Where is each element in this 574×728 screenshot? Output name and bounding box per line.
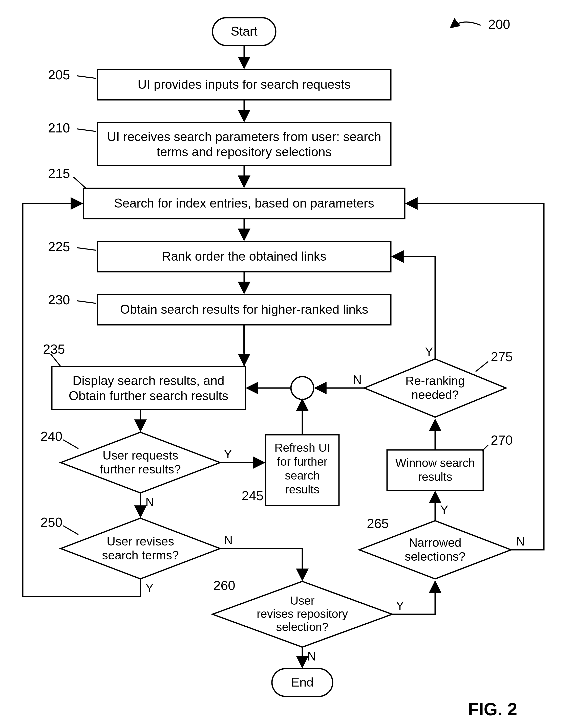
node-270-text2: results	[418, 470, 452, 483]
ref-200: 200	[488, 17, 510, 32]
node-240-text2: further results?	[100, 463, 181, 476]
node-260-text3: selection?	[276, 620, 328, 633]
node-235-text1: Display search results, and	[73, 374, 224, 388]
node-265-text2: selections?	[405, 550, 465, 563]
node-245-text1: Refresh UI	[275, 441, 330, 454]
flowchart: 200 Start UI provides inputs for search …	[0, 0, 574, 728]
label-250-N: N	[224, 533, 233, 547]
label-260-N: N	[308, 650, 316, 663]
figure-caption: FIG. 2	[468, 699, 517, 719]
ref-line-205	[77, 76, 96, 78]
ref-245: 245	[242, 488, 263, 503]
ref-265: 265	[367, 516, 389, 531]
node-235-text2: Obtain further search results	[69, 389, 229, 403]
node-205-text: UI provides inputs for search requests	[137, 77, 351, 92]
node-250-text2: search terms?	[102, 549, 179, 562]
ref-240: 240	[40, 429, 63, 444]
edge-250N-260	[220, 549, 302, 580]
junction-circle	[291, 377, 314, 399]
ref-line-230	[77, 301, 96, 303]
node-210-text2: terms and repository selections	[157, 145, 332, 159]
node-245-text4: results	[285, 483, 319, 496]
node-210-text1: UI receives search parameters from user:…	[107, 130, 381, 144]
node-235	[52, 367, 245, 410]
label-240-Y: Y	[224, 447, 232, 461]
ref-270: 270	[491, 433, 513, 447]
ref-line-215	[73, 177, 86, 188]
node-245-text3: search	[285, 469, 320, 482]
node-start-text: Start	[231, 24, 257, 38]
label-260-Y: Y	[396, 599, 404, 612]
ref-arc-200	[450, 22, 481, 28]
node-215-text: Search for index entries, based on param…	[114, 196, 374, 210]
ref-line-240	[63, 440, 78, 449]
ref-line-210	[77, 129, 96, 131]
ref-230: 230	[48, 292, 70, 307]
ref-line-270	[482, 445, 488, 451]
node-end-text: End	[291, 675, 314, 689]
node-265-text1: Narrowed	[409, 536, 461, 549]
node-245-text2: for further	[277, 455, 327, 468]
label-275-Y: Y	[425, 345, 433, 358]
node-275-text1: Re-ranking	[406, 374, 465, 388]
node-230-text: Obtain search results for higher-ranked …	[120, 302, 368, 316]
ref-235: 235	[43, 342, 65, 356]
ref-260: 260	[213, 578, 235, 593]
ref-225: 225	[48, 239, 70, 254]
node-260-text1: User	[290, 594, 315, 607]
label-250-Y: Y	[146, 581, 154, 595]
ref-205: 205	[48, 67, 70, 82]
node-240-text1: User requests	[103, 449, 178, 462]
ref-line-250	[63, 526, 78, 535]
node-270-text1: Winnow search	[396, 456, 475, 469]
label-275-N: N	[353, 373, 362, 386]
ref-250: 250	[40, 515, 63, 530]
ref-line-225	[77, 248, 96, 250]
label-265-Y: Y	[440, 503, 448, 516]
ref-line-275	[476, 361, 488, 372]
node-225-text: Rank order the obtained links	[162, 249, 326, 263]
node-210	[97, 123, 391, 166]
node-275-text2: needed?	[412, 388, 459, 401]
ref-210: 210	[48, 121, 70, 135]
ref-275: 275	[491, 349, 513, 364]
node-260-text2: revises repository	[257, 607, 348, 620]
node-250-text1: User revises	[107, 535, 174, 548]
ref-215: 215	[48, 166, 70, 181]
edge-275Y-225	[392, 257, 435, 359]
label-265-N: N	[516, 535, 525, 548]
label-240-N: N	[146, 495, 154, 509]
